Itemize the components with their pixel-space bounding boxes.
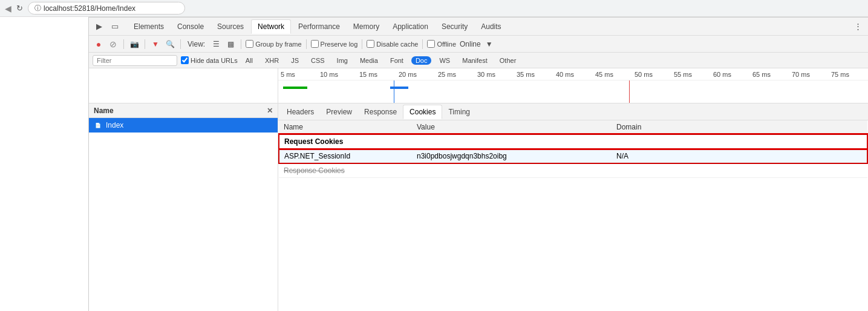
tl-35ms: 35 ms — [514, 71, 553, 78]
back-button[interactable]: ◀ — [5, 4, 11, 13]
filter-all[interactable]: All — [241, 56, 257, 65]
tl-70ms: 70 ms — [789, 71, 829, 78]
request-list: Name ✕ 📄 Index — [89, 103, 278, 311]
offline-checkbox[interactable] — [427, 40, 435, 48]
tl-55ms: 55 ms — [671, 71, 711, 78]
tl-15ms: 15 ms — [357, 71, 396, 78]
filter-img[interactable]: Img — [333, 56, 352, 65]
cookie-row-session[interactable]: ASP.NET_SessionId n3i0pdbosjwgdqn3bhs2oi… — [279, 149, 867, 163]
toolbar-separator-4 — [241, 39, 241, 49]
tab-sources[interactable]: Sources — [211, 20, 250, 33]
filter-doc[interactable]: Doc — [411, 56, 432, 65]
list-view-icon[interactable]: ☰ — [210, 38, 222, 50]
reload-button[interactable]: ↻ — [16, 4, 23, 13]
request-item-index[interactable]: 📄 Index — [89, 118, 278, 133]
request-list-header: Name ✕ — [89, 103, 278, 118]
search-button[interactable]: 🔍 — [164, 38, 176, 50]
tl-30ms: 30 ms — [475, 71, 514, 78]
filter-button[interactable]: ▼ — [149, 38, 162, 50]
cookies-table-header: Name Value Domain — [279, 120, 867, 134]
group-by-frame-checkbox[interactable] — [246, 40, 253, 48]
cookies-table: Name Value Domain Request Cookies — [278, 120, 868, 178]
lock-icon: ⓘ — [34, 4, 41, 13]
record-button[interactable]: ● — [93, 38, 105, 50]
tab-elements[interactable]: Elements — [128, 20, 170, 33]
filter-media[interactable]: Media — [356, 56, 382, 65]
timeline-green-bar — [283, 87, 307, 89]
screenshot-view-icon[interactable]: ▩ — [224, 38, 237, 50]
inspect-icon[interactable]: ▶ — [93, 20, 106, 33]
timeline-labels: 5 ms 10 ms 15 ms 20 ms 25 ms 30 ms 35 ms… — [278, 68, 868, 80]
details-panel: Headers Preview Response Cookies Timing … — [278, 103, 868, 311]
toolbar-separator-1 — [123, 39, 124, 49]
tab-network[interactable]: Network — [251, 19, 291, 34]
request-item-name: Index — [106, 121, 123, 129]
more-options-icon[interactable]: ⋮ — [851, 20, 864, 33]
tab-response[interactable]: Response — [358, 105, 403, 119]
offline-label[interactable]: Offline — [427, 40, 456, 48]
view-label: View: — [188, 40, 205, 48]
cookie-value: n3i0pdbosjwgdqn3bhs2oibg — [417, 152, 507, 160]
filter-css[interactable]: CSS — [307, 56, 329, 65]
toolbar-separator-5 — [306, 39, 307, 49]
filter-xhr[interactable]: XHR — [261, 56, 283, 65]
tab-headers[interactable]: Headers — [281, 105, 320, 119]
tab-performance[interactable]: Performance — [292, 20, 346, 33]
address-bar[interactable]: ⓘ localhost:52818/Home/Index — [28, 2, 185, 15]
toolbar-separator-7 — [422, 39, 423, 49]
disable-cache-checkbox[interactable] — [367, 40, 374, 48]
devtools-tabbar: ▶ ▭ Elements Console Sources Network Per… — [89, 18, 868, 36]
tl-40ms: 40 ms — [553, 71, 593, 78]
disable-cache-text: Disable cache — [376, 41, 418, 48]
hide-data-urls-checkbox[interactable] — [181, 56, 189, 64]
tab-security[interactable]: Security — [436, 20, 474, 33]
response-cookies-section-header: Response Cookies — [279, 163, 867, 178]
timeline-graph: 5 ms 10 ms 15 ms 20 ms 25 ms 30 ms 35 ms… — [278, 68, 868, 103]
timeline-name-col — [89, 68, 278, 103]
tab-timing[interactable]: Timing — [442, 105, 476, 119]
url-text: localhost:52818/Home/Index — [44, 4, 135, 13]
filter-manifest[interactable]: Manifest — [458, 56, 492, 65]
stop-button[interactable]: ⊘ — [107, 38, 119, 50]
filter-ws[interactable]: WS — [435, 56, 454, 65]
disable-cache-label[interactable]: Disable cache — [367, 40, 418, 48]
group-by-frame-label[interactable]: Group by frame — [246, 40, 301, 48]
group-by-frame-text: Group by frame — [255, 41, 301, 48]
preserve-log-label[interactable]: Preserve log — [311, 40, 358, 48]
tl-20ms: 20 ms — [396, 71, 436, 78]
timeline-area: 5 ms 10 ms 15 ms 20 ms 25 ms 30 ms 35 ms… — [89, 68, 868, 103]
hide-data-urls-label[interactable]: Hide data URLs — [181, 56, 238, 64]
close-details-btn[interactable]: ✕ — [267, 106, 273, 115]
tl-75ms: 75 ms — [829, 71, 868, 78]
tab-cookies[interactable]: Cookies — [403, 105, 442, 119]
filter-other[interactable]: Other — [495, 56, 521, 65]
filter-js[interactable]: JS — [287, 56, 303, 65]
tab-preview[interactable]: Preview — [320, 105, 358, 119]
timeline-blue-marker — [394, 80, 394, 103]
filter-font[interactable]: Font — [386, 56, 408, 65]
browser-content — [0, 17, 89, 311]
toolbar-separator-2 — [145, 39, 145, 49]
tl-50ms: 50 ms — [632, 71, 671, 78]
device-icon[interactable]: ▭ — [108, 20, 122, 33]
toolbar-separator-6 — [362, 39, 362, 49]
cookie-name: ASP.NET_SessionId — [284, 152, 350, 160]
preserve-log-checkbox[interactable] — [311, 40, 319, 48]
toolbar-separator-3 — [180, 39, 181, 49]
response-cookies-label: Response Cookies — [284, 166, 345, 175]
tab-application[interactable]: Application — [387, 20, 434, 33]
tab-console[interactable]: Console — [171, 20, 210, 33]
network-throttle-icon[interactable]: ▼ — [483, 38, 495, 50]
camera-button[interactable]: 📷 — [128, 38, 140, 50]
preserve-log-text: Preserve log — [321, 41, 358, 48]
filter-input[interactable] — [93, 55, 177, 66]
cookie-extra-cell — [660, 149, 867, 163]
browser-address-bar: ◀ ↻ ⓘ localhost:52818/Home/Index — [0, 0, 868, 17]
col-header-extra — [660, 120, 867, 134]
tl-25ms: 25 ms — [436, 71, 475, 78]
tab-memory[interactable]: Memory — [347, 20, 385, 33]
col-header-value: Value — [412, 120, 612, 134]
tl-5ms: 5 ms — [278, 71, 318, 78]
tab-audits[interactable]: Audits — [475, 20, 507, 33]
tl-10ms: 10 ms — [318, 71, 357, 78]
